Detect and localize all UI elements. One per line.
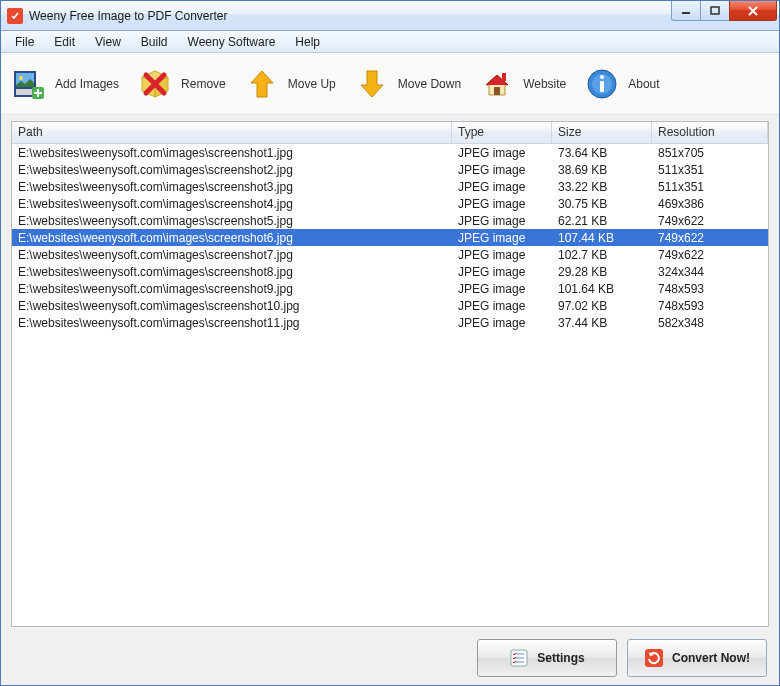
cell: 851x705 bbox=[652, 146, 768, 160]
col-resolution[interactable]: Resolution bbox=[652, 122, 768, 143]
cell: 107.44 KB bbox=[552, 231, 652, 245]
table-row[interactable]: E:\websites\weenysoft.com\images\screens… bbox=[12, 195, 768, 212]
svg-rect-7 bbox=[494, 87, 500, 95]
menu-help[interactable]: Help bbox=[285, 33, 330, 51]
settings-button[interactable]: Settings bbox=[477, 639, 617, 677]
move-down-label: Move Down bbox=[398, 77, 461, 91]
col-path[interactable]: Path bbox=[12, 122, 452, 143]
about-label: About bbox=[628, 77, 659, 91]
cell: E:\websites\weenysoft.com\images\screens… bbox=[12, 197, 452, 211]
cell: 749x622 bbox=[652, 231, 768, 245]
cell: 749x622 bbox=[652, 248, 768, 262]
cell: JPEG image bbox=[452, 146, 552, 160]
cell: JPEG image bbox=[452, 248, 552, 262]
settings-label: Settings bbox=[537, 651, 584, 665]
table-row[interactable]: E:\websites\weenysoft.com\images\screens… bbox=[12, 246, 768, 263]
about-icon bbox=[584, 66, 620, 102]
add-images-button[interactable]: Add Images bbox=[5, 62, 131, 106]
svg-rect-8 bbox=[502, 73, 506, 81]
cell: 29.28 KB bbox=[552, 265, 652, 279]
table-row[interactable]: E:\websites\weenysoft.com\images\screens… bbox=[12, 178, 768, 195]
cell: E:\websites\weenysoft.com\images\screens… bbox=[12, 282, 452, 296]
cell: E:\websites\weenysoft.com\images\screens… bbox=[12, 214, 452, 228]
cell: 30.75 KB bbox=[552, 197, 652, 211]
cell: JPEG image bbox=[452, 197, 552, 211]
cell: 33.22 KB bbox=[552, 180, 652, 194]
cell: E:\websites\weenysoft.com\images\screens… bbox=[12, 316, 452, 330]
cell: 749x622 bbox=[652, 214, 768, 228]
cell: 101.64 KB bbox=[552, 282, 652, 296]
table-row[interactable]: E:\websites\weenysoft.com\images\screens… bbox=[12, 263, 768, 280]
website-button[interactable]: Website bbox=[473, 62, 578, 106]
cell: 748x593 bbox=[652, 299, 768, 313]
close-button[interactable] bbox=[729, 1, 777, 21]
convert-button[interactable]: Convert Now! bbox=[627, 639, 767, 677]
svg-point-4 bbox=[19, 76, 23, 80]
table-row[interactable]: E:\websites\weenysoft.com\images\screens… bbox=[12, 297, 768, 314]
table-row[interactable]: E:\websites\weenysoft.com\images\screens… bbox=[12, 314, 768, 331]
cell: 748x593 bbox=[652, 282, 768, 296]
svg-rect-12 bbox=[600, 81, 604, 92]
settings-icon bbox=[509, 648, 529, 668]
move-down-icon bbox=[354, 66, 390, 102]
cell: 37.44 KB bbox=[552, 316, 652, 330]
app-window: Weeny Free Image to PDF Converter File E… bbox=[0, 0, 780, 686]
cell: E:\websites\weenysoft.com\images\screens… bbox=[12, 180, 452, 194]
cell: 469x386 bbox=[652, 197, 768, 211]
window-controls bbox=[672, 1, 779, 21]
website-label: Website bbox=[523, 77, 566, 91]
cell: 324x344 bbox=[652, 265, 768, 279]
bottom-bar: Settings Convert Now! bbox=[1, 631, 779, 685]
convert-icon bbox=[644, 648, 664, 668]
remove-icon bbox=[137, 66, 173, 102]
toolbar: Add Images Remove Move Up bbox=[1, 53, 779, 115]
list-body: E:\websites\weenysoft.com\images\screens… bbox=[12, 144, 768, 626]
cell: E:\websites\weenysoft.com\images\screens… bbox=[12, 265, 452, 279]
svg-rect-5 bbox=[16, 89, 34, 95]
table-row[interactable]: E:\websites\weenysoft.com\images\screens… bbox=[12, 229, 768, 246]
cell: 38.69 KB bbox=[552, 163, 652, 177]
move-up-label: Move Up bbox=[288, 77, 336, 91]
cell: 97.02 KB bbox=[552, 299, 652, 313]
app-icon bbox=[7, 8, 23, 24]
move-up-button[interactable]: Move Up bbox=[238, 62, 348, 106]
col-type[interactable]: Type bbox=[452, 122, 552, 143]
cell: E:\websites\weenysoft.com\images\screens… bbox=[12, 146, 452, 160]
table-row[interactable]: E:\websites\weenysoft.com\images\screens… bbox=[12, 161, 768, 178]
move-up-icon bbox=[244, 66, 280, 102]
table-row[interactable]: E:\websites\weenysoft.com\images\screens… bbox=[12, 212, 768, 229]
content-area: Path Type Size Resolution E:\websites\we… bbox=[1, 115, 779, 631]
menu-view[interactable]: View bbox=[85, 33, 131, 51]
cell: E:\websites\weenysoft.com\images\screens… bbox=[12, 299, 452, 313]
menu-edit[interactable]: Edit bbox=[44, 33, 85, 51]
window-title: Weeny Free Image to PDF Converter bbox=[29, 9, 228, 23]
cell: 582x348 bbox=[652, 316, 768, 330]
svg-rect-1 bbox=[711, 7, 719, 14]
menu-build[interactable]: Build bbox=[131, 33, 178, 51]
table-row[interactable]: E:\websites\weenysoft.com\images\screens… bbox=[12, 144, 768, 161]
titlebar[interactable]: Weeny Free Image to PDF Converter bbox=[1, 1, 779, 31]
remove-label: Remove bbox=[181, 77, 226, 91]
table-row[interactable]: E:\websites\weenysoft.com\images\screens… bbox=[12, 280, 768, 297]
col-size[interactable]: Size bbox=[552, 122, 652, 143]
cell: JPEG image bbox=[452, 299, 552, 313]
menu-file[interactable]: File bbox=[5, 33, 44, 51]
cell: 73.64 KB bbox=[552, 146, 652, 160]
cell: 511x351 bbox=[652, 163, 768, 177]
remove-button[interactable]: Remove bbox=[131, 62, 238, 106]
maximize-button[interactable] bbox=[700, 1, 730, 21]
cell: E:\websites\weenysoft.com\images\screens… bbox=[12, 231, 452, 245]
cell: 102.7 KB bbox=[552, 248, 652, 262]
convert-label: Convert Now! bbox=[672, 651, 750, 665]
menubar: File Edit View Build Weeny Software Help bbox=[1, 31, 779, 53]
menu-weeny-software[interactable]: Weeny Software bbox=[178, 33, 286, 51]
cell: JPEG image bbox=[452, 316, 552, 330]
minimize-button[interactable] bbox=[671, 1, 701, 21]
cell: E:\websites\weenysoft.com\images\screens… bbox=[12, 248, 452, 262]
about-button[interactable]: About bbox=[578, 62, 671, 106]
cell: JPEG image bbox=[452, 282, 552, 296]
column-headers: Path Type Size Resolution bbox=[12, 122, 768, 144]
file-list: Path Type Size Resolution E:\websites\we… bbox=[11, 121, 769, 627]
move-down-button[interactable]: Move Down bbox=[348, 62, 473, 106]
add-images-label: Add Images bbox=[55, 77, 119, 91]
